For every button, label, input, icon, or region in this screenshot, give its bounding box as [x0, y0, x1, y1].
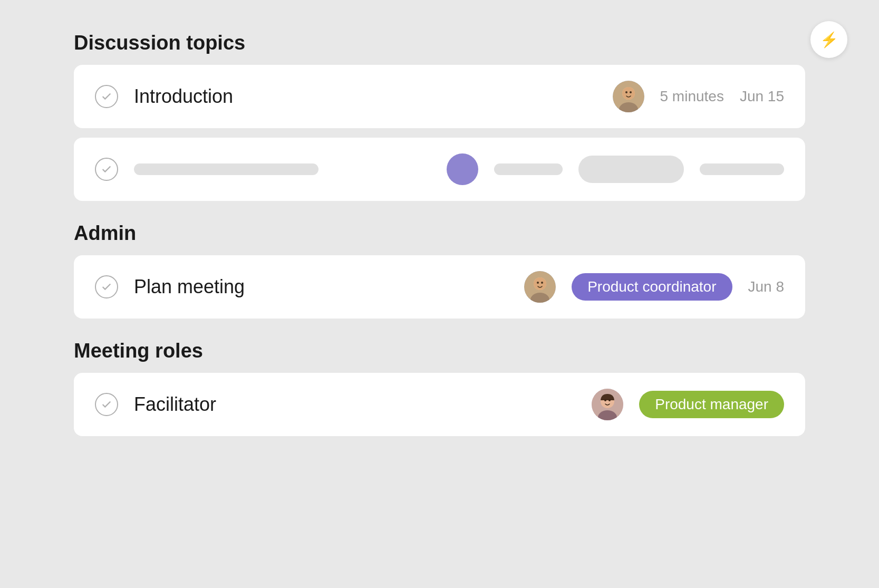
- skeleton-avatar: [447, 153, 478, 185]
- section-meeting-roles: Meeting roles Facilitator Product manage…: [74, 340, 805, 436]
- section-admin: Admin Plan meeting Product coordinator: [74, 222, 805, 319]
- section-title-discussion: Discussion topics: [74, 32, 805, 54]
- topic-name-introduction: Introduction: [134, 85, 597, 108]
- topic-card-facilitator[interactable]: Facilitator Product manager: [74, 373, 805, 436]
- skeleton-bar-title: [134, 163, 318, 175]
- svg-point-4: [625, 91, 627, 93]
- date-plan-meeting: Jun 8: [748, 278, 785, 295]
- topic-card-skeleton: [74, 138, 805, 201]
- check-icon-facilitator: [95, 393, 118, 416]
- topic-card-introduction[interactable]: Introduction 5 minutes Jun 15: [74, 65, 805, 128]
- topic-name-plan-meeting: Plan meeting: [134, 276, 508, 298]
- avatar-plan-meeting: [524, 271, 556, 303]
- svg-point-9: [534, 277, 546, 290]
- avatar-facilitator: [592, 389, 623, 420]
- date-introduction: Jun 15: [740, 88, 784, 105]
- skeleton-bar-extra: [700, 163, 784, 175]
- check-icon-skeleton: [95, 158, 118, 181]
- badge-plan-meeting: Product coordinator: [572, 273, 732, 301]
- section-discussion-topics: Discussion topics Introduction 5 minutes: [74, 32, 805, 201]
- avatar-introduction: [613, 81, 644, 112]
- skeleton-bar-date: [578, 156, 684, 183]
- topic-card-plan-meeting[interactable]: Plan meeting Product coordinator Jun 8: [74, 255, 805, 319]
- svg-point-15: [604, 399, 606, 401]
- svg-point-3: [622, 87, 635, 100]
- badge-facilitator: Product manager: [639, 391, 784, 418]
- svg-point-5: [630, 91, 632, 93]
- section-title-admin: Admin: [74, 222, 805, 245]
- lightning-button[interactable]: ⚡: [810, 21, 847, 58]
- svg-point-16: [608, 399, 611, 401]
- section-title-meeting-roles: Meeting roles: [74, 340, 805, 362]
- lightning-icon: ⚡: [820, 31, 838, 49]
- duration-introduction: 5 minutes: [660, 88, 724, 105]
- check-icon-introduction: [95, 85, 118, 108]
- check-icon-plan-meeting: [95, 275, 118, 298]
- topic-name-facilitator: Facilitator: [134, 393, 576, 416]
- svg-point-10: [537, 282, 539, 284]
- svg-point-11: [541, 282, 543, 284]
- skeleton-bar-duration: [494, 163, 563, 175]
- page-container: Discussion topics Introduction 5 minutes: [0, 0, 879, 489]
